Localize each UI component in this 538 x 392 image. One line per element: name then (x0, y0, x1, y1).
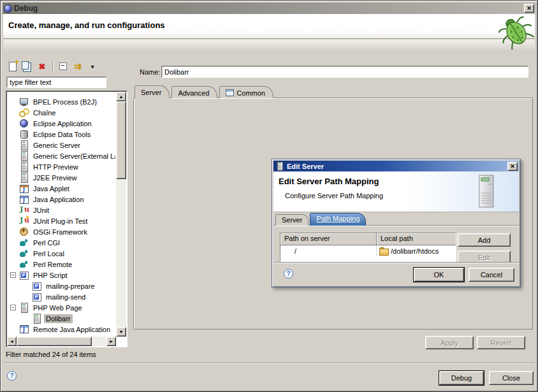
vertical-scroll-thumb[interactable] (116, 101, 126, 179)
tree-item-cha-ne[interactable]: Chaîne (8, 107, 115, 118)
tree-item-perl-cgi[interactable]: Perl CGI (8, 237, 115, 248)
tree-item-osgi-framework[interactable]: OSGi Framework (8, 226, 115, 237)
horizontal-scroll-thumb[interactable] (17, 337, 92, 346)
config-tree-box: BPEL Process (B2J)ChaîneEclipse Applicat… (6, 91, 127, 347)
tree-item-perl-local[interactable]: Perl Local (8, 248, 115, 259)
filter-configs-icon[interactable] (72, 61, 84, 72)
duplicate-config-icon[interactable] (22, 61, 33, 72)
tree-horizontal-scrollbar[interactable]: ◄ ► (7, 337, 116, 346)
column-local-path[interactable]: Local path (377, 233, 456, 245)
eclipse-logo-icon (4, 4, 12, 13)
dialog-tab-path-mapping[interactable]: Path Mapping (310, 213, 366, 226)
dialog-close-icon[interactable] (507, 162, 518, 171)
tree-item-junit-plug-in-test[interactable]: JUnit Plug-in Test (8, 215, 115, 226)
toolbar-menu-arrow-icon[interactable] (87, 61, 98, 72)
tree-item-remote-java-application[interactable]: Remote Java Application (8, 324, 115, 335)
tree-vertical-scrollbar[interactable]: ▲ ▼ (116, 92, 126, 337)
tree-item-java-applet[interactable]: Java Applet (8, 183, 115, 194)
scroll-up-icon[interactable]: ▲ (116, 92, 126, 101)
tree-item-bpel-process-b2j[interactable]: BPEL Process (B2J) (8, 96, 115, 107)
server-icon (19, 140, 29, 150)
ok-button[interactable]: OK (414, 268, 464, 282)
php-icon (32, 292, 41, 301)
column-path-on-server[interactable]: Path on server (280, 233, 377, 245)
edit-server-dialog: Edit Server Edit Server Path Mapping Con… (272, 159, 521, 287)
path-mapping-table[interactable]: Path on server Local path / /dolibarr/ht… (280, 233, 456, 262)
tree-item-dolibarr[interactable]: Dolibarr (8, 313, 115, 324)
server-icon (19, 303, 29, 312)
junit-icon (19, 205, 29, 215)
help-icon[interactable]: ? (284, 269, 293, 279)
folder-icon (379, 247, 389, 255)
tree-expander-icon[interactable]: − (10, 272, 16, 278)
banner-gradient-strip (3, 40, 535, 51)
window-close-icon[interactable] (524, 4, 534, 13)
tree-item-php-web-page[interactable]: −PHP Web Page (8, 302, 115, 313)
tree-item-http-preview[interactable]: HTTP Preview (8, 161, 115, 172)
tree-item-eclipse-application[interactable]: Eclipse Application (8, 118, 115, 129)
perl-icon (19, 238, 29, 247)
window-titlebar: Debug (3, 3, 535, 14)
dialog-header: Edit Server Path Mapping Configure Serve… (273, 171, 519, 212)
osgi-icon (19, 227, 29, 236)
config-tabs: Server Advanced Common (134, 85, 275, 98)
scroll-down-icon[interactable]: ▼ (116, 327, 126, 337)
window-title: Debug (14, 4, 38, 13)
tree-item-junit[interactable]: JUnit (8, 205, 115, 215)
tree-item-java-application[interactable]: Java Application (8, 194, 115, 205)
name-label: Name: (140, 68, 160, 76)
java-app-icon (19, 194, 29, 204)
dialog-titlebar: Edit Server (273, 161, 519, 171)
filter-status-text: Filter matched 24 of 24 items (6, 351, 96, 358)
filter-input[interactable] (7, 77, 106, 87)
tree-item-eclipse-data-tools[interactable]: Eclipse Data Tools (8, 129, 115, 140)
close-button[interactable]: Close (489, 371, 534, 385)
tree-item-perl-remote[interactable]: Perl Remote (8, 259, 115, 270)
tree-item-mailing-prepare[interactable]: mailing-prepare (8, 280, 115, 291)
help-icon[interactable]: ? (7, 371, 17, 381)
debug-configurations-window: Debug Create, manage, and run configurat… (0, 0, 538, 392)
debug-button[interactable]: Debug (439, 371, 484, 385)
server-icon (19, 173, 29, 182)
perl-icon (19, 259, 29, 269)
tree-item-generic-server[interactable]: Generic Server (8, 140, 115, 150)
tree-expander-icon[interactable]: − (10, 305, 16, 310)
php-icon (32, 281, 41, 291)
dialog-content: Path on server Local path / /dolibarr/ht… (273, 225, 519, 263)
name-input-wrap (161, 66, 528, 78)
debug-bug-icon (497, 14, 535, 50)
configs-toolbar (7, 61, 98, 72)
banner: Create, manage, and run configurations (3, 14, 535, 39)
scroll-right-icon[interactable]: ► (106, 337, 116, 346)
new-config-icon[interactable] (7, 61, 18, 72)
table-row[interactable]: / /dolibarr/htdocs (280, 245, 456, 257)
junit-plugin-icon (19, 216, 29, 226)
cancel-button[interactable]: Cancel (469, 268, 514, 282)
edit-mapping-button[interactable]: Edit (458, 250, 511, 263)
server-icon (32, 314, 41, 323)
chain-icon (19, 108, 29, 117)
add-mapping-button[interactable]: Add (458, 233, 511, 247)
apply-button[interactable]: Apply (425, 336, 474, 349)
cell-local-path: /dolibarr/htdocs (377, 245, 456, 257)
dialog-tabs: Server Path Mapping (275, 213, 367, 226)
perl-icon (19, 249, 29, 258)
tree-item-j2ee-preview[interactable]: J2EE Preview (8, 172, 115, 183)
server-icon (275, 162, 284, 170)
delete-config-icon[interactable] (36, 61, 48, 72)
tab-common[interactable]: Common (219, 86, 273, 98)
scroll-left-icon[interactable]: ◄ (7, 337, 17, 346)
dialog-tab-server[interactable]: Server (275, 214, 309, 226)
database-icon (19, 129, 29, 139)
table-header-row: Path on server Local path (280, 233, 456, 245)
tab-advanced[interactable]: Advanced (171, 86, 217, 98)
tree-item-mailing-send[interactable]: mailing-send (8, 291, 115, 302)
dialog-heading: Edit Server Path Mapping (279, 177, 379, 186)
tree-item-php-script[interactable]: −PHP Script (8, 270, 115, 280)
name-input[interactable] (162, 66, 528, 77)
tab-server[interactable]: Server (134, 85, 170, 98)
collapse-all-icon[interactable] (57, 61, 69, 72)
tree-item-generic-server-external-la[interactable]: Generic Server(External La (8, 150, 115, 161)
revert-button[interactable]: Revert (477, 336, 525, 349)
filter-input-wrap (6, 76, 106, 88)
